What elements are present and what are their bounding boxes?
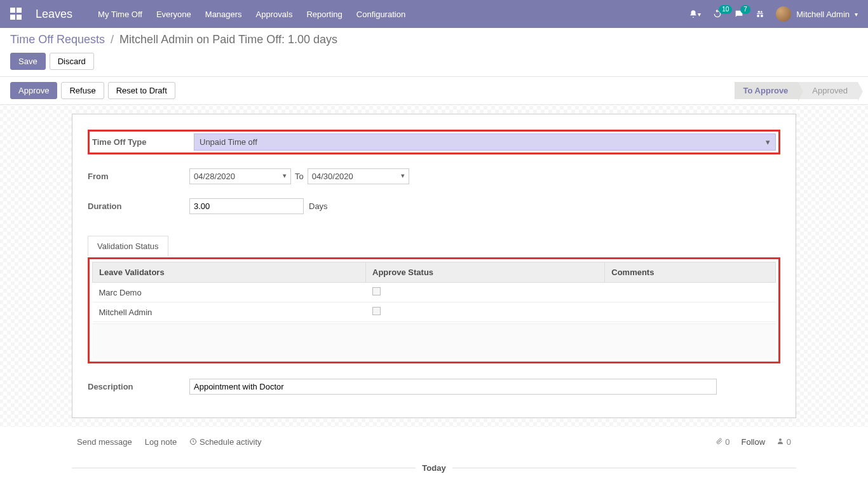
svg-point-1 [779,438,782,441]
nav-reporting[interactable]: Reporting [306,10,342,19]
top-nav: Leaves My Time Off Everyone Managers App… [0,0,868,28]
validators-section: Leave Validators Approve Status Comments… [88,257,780,363]
from-row: From 04/28/2020 To 04/30/2020 [88,168,780,184]
apps-icon[interactable] [10,8,23,20]
status-approved[interactable]: Approved [798,82,858,99]
gift-icon[interactable] [756,10,764,18]
description-row: Description [88,379,780,395]
approve-checkbox[interactable] [372,287,381,295]
col-validators: Leave Validators [93,262,366,283]
type-label: Time Off Type [92,137,194,147]
type-value: Unpaid Time off [200,137,257,147]
nav-menu: My Time Off Everyone Managers Approvals … [98,10,689,19]
schedule-activity-link[interactable]: Schedule activity [189,437,261,447]
followers-count[interactable]: 0 [776,437,791,447]
chevron-down-icon: ▾ [855,11,858,18]
to-label: To [295,172,304,181]
control-panel: Time Off Requests / Mitchell Admin on Pa… [0,28,868,77]
nav-right: ▾ 10 7 Mitchell Admin ▾ [689,6,858,22]
validator-comments [605,283,776,302]
notifications-icon[interactable]: ▾ [689,10,701,18]
brand-title: Leaves [36,8,72,21]
form-container: Time Off Type Unpaid Time off From 04/28… [0,105,868,427]
col-approve: Approve Status [366,262,605,283]
person-icon [776,437,784,445]
chat-badge: 7 [740,5,750,14]
description-input[interactable] [189,379,717,395]
send-message-link[interactable]: Send message [77,437,132,447]
to-date-input[interactable]: 04/30/2020 [308,168,409,184]
table-footer [92,323,776,359]
save-button[interactable]: Save [10,53,46,70]
refresh-badge: 10 [719,5,732,14]
today-label: Today [422,463,445,473]
breadcrumb-root[interactable]: Time Off Requests [10,33,105,46]
days-label: Days [309,201,328,211]
chat-icon[interactable]: 7 [734,9,744,19]
time-off-type-row: Time Off Type Unpaid Time off [88,130,780,154]
tabs: Validation Status [88,236,780,256]
chatter-divider: Today [72,463,796,473]
approve-button[interactable]: Approve [10,82,57,99]
type-select[interactable]: Unpaid Time off [194,133,776,151]
user-name: Mitchell Admin [796,10,850,19]
nav-everyone[interactable]: Everyone [156,10,191,19]
status-to-approve[interactable]: To Approve [735,82,799,99]
refresh-icon[interactable]: 10 [712,9,722,19]
validators-table: Leave Validators Approve Status Comments… [92,262,776,322]
nav-my-time-off[interactable]: My Time Off [98,10,142,19]
statusbar: Approve Refuse Reset to Draft To Approve… [0,77,868,105]
from-label: From [88,172,189,181]
duration-label: Duration [88,201,189,211]
reset-button[interactable]: Reset to Draft [108,82,175,99]
table-row[interactable]: Mitchell Admin [93,302,776,322]
log-note-link[interactable]: Log note [145,437,177,447]
validator-comments [605,302,776,322]
approve-checkbox[interactable] [372,307,381,315]
user-menu[interactable]: Mitchell Admin ▾ [776,6,858,22]
table-row[interactable]: Marc Demo [93,283,776,302]
nav-approvals[interactable]: Approvals [256,10,293,19]
from-date-input[interactable]: 04/28/2020 [189,168,291,184]
nav-managers[interactable]: Managers [205,10,242,19]
validator-name: Mitchell Admin [93,302,366,322]
status-steps: To Approve Approved [735,82,858,99]
form-sheet: Time Off Type Unpaid Time off From 04/28… [72,114,796,418]
nav-configuration[interactable]: Configuration [356,10,405,19]
breadcrumb-current: Mitchell Admin on Paid Time Off: 1.00 da… [119,33,337,46]
breadcrumb: Time Off Requests / Mitchell Admin on Pa… [10,33,858,46]
refuse-button[interactable]: Refuse [61,82,104,99]
description-label: Description [88,382,189,391]
validator-name: Marc Demo [93,283,366,302]
duration-input[interactable] [189,198,304,214]
duration-row: Duration Days [88,198,780,214]
discard-button[interactable]: Discard [50,53,94,70]
paperclip-icon [715,437,723,445]
avatar [776,6,791,22]
chatter: Send message Log note Schedule activity … [72,427,796,483]
attachments-count[interactable]: 0 [715,437,730,447]
col-comments: Comments [605,262,776,283]
tab-validation-status[interactable]: Validation Status [88,236,168,256]
follow-link[interactable]: Follow [742,437,766,447]
